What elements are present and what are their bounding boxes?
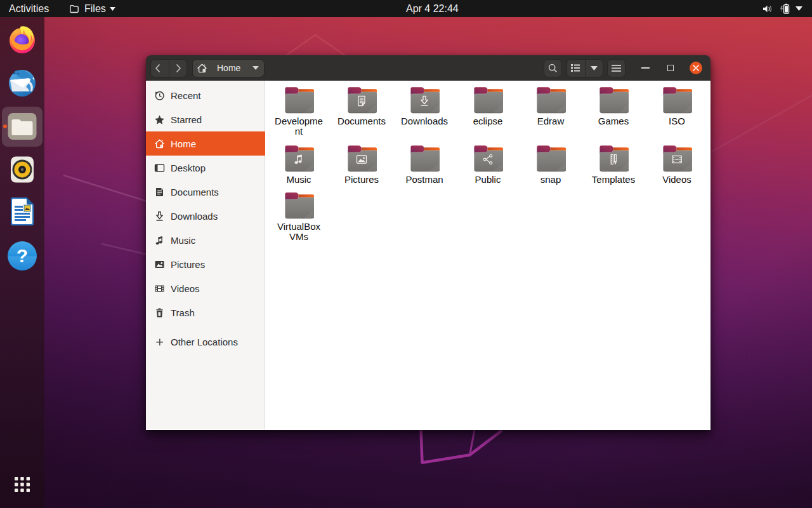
svg-text:?: ? (16, 245, 28, 266)
